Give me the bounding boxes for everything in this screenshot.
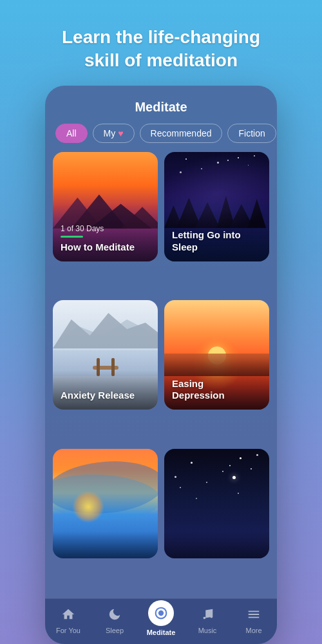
nav-sleep-label: Sleep bbox=[106, 627, 124, 634]
card-1-title: How to Meditate bbox=[61, 242, 150, 254]
nav-meditate[interactable]: Meditate bbox=[138, 605, 184, 636]
hero-line2: skill of meditation bbox=[84, 50, 238, 70]
hero-plain-text: Learn the bbox=[62, 27, 148, 47]
home-icon bbox=[61, 607, 75, 624]
app-title: Meditate bbox=[45, 86, 277, 124]
hero-bold-text: life-changing bbox=[148, 27, 260, 47]
meditate-center-icon bbox=[148, 600, 174, 626]
card-ocean-wave[interactable] bbox=[53, 449, 158, 558]
card-letting-go-sleep[interactable]: Letting Go into Sleep bbox=[164, 152, 269, 261]
card-night-stars[interactable] bbox=[164, 449, 269, 558]
card-3-title: Anxiety Release bbox=[61, 390, 150, 402]
card-1-label: 1 of 30 Days How to Meditate bbox=[53, 205, 158, 261]
card-anxiety-release[interactable]: Anxiety Release bbox=[53, 300, 158, 410]
nav-meditate-label: Meditate bbox=[147, 629, 176, 636]
wave-sun bbox=[72, 491, 104, 523]
tab-recommended[interactable]: Recommended bbox=[140, 124, 223, 143]
tab-all[interactable]: All bbox=[55, 124, 88, 143]
svg-point-13 bbox=[158, 611, 164, 616]
card-4-label: EasingDepression bbox=[164, 359, 269, 410]
tab-fiction[interactable]: Fiction bbox=[227, 124, 276, 143]
nav-more-label: More bbox=[245, 627, 261, 634]
bottom-navbar: For You Sleep Meditate bbox=[45, 598, 277, 644]
nav-more[interactable]: More bbox=[231, 607, 277, 634]
tab-bar: All My ♥ Recommended Fiction bbox=[45, 124, 277, 152]
menu-icon bbox=[247, 607, 261, 624]
progress-bar bbox=[61, 236, 83, 238]
card-how-to-meditate[interactable]: 1 of 30 Days How to Meditate bbox=[53, 152, 158, 261]
big-star bbox=[232, 476, 236, 479]
stars-label bbox=[164, 531, 269, 558]
card-3-label: Anxiety Release bbox=[53, 370, 158, 410]
heart-icon: ♥ bbox=[118, 128, 123, 138]
music-icon bbox=[200, 607, 214, 624]
wave-label bbox=[53, 531, 158, 558]
content-grid: 1 of 30 Days How to Meditate bbox=[45, 152, 277, 598]
nav-for-you[interactable]: For You bbox=[45, 607, 91, 634]
app-card: Meditate All My ♥ Recommended Fiction 1 … bbox=[45, 86, 277, 644]
nav-music-label: Music bbox=[198, 627, 217, 634]
card-2-title: Letting Go into Sleep bbox=[172, 229, 261, 254]
card-easing-depression[interactable]: EasingDepression bbox=[164, 300, 269, 410]
card-2-label: Letting Go into Sleep bbox=[164, 210, 269, 261]
moon-icon bbox=[108, 607, 122, 624]
day-indicator: 1 of 30 Days bbox=[61, 224, 150, 233]
nav-music[interactable]: Music bbox=[184, 607, 231, 634]
lake-mountains bbox=[53, 310, 158, 348]
nav-sleep[interactable]: Sleep bbox=[91, 607, 138, 634]
tab-my[interactable]: My ♥ bbox=[93, 124, 135, 143]
nav-for-you-label: For You bbox=[56, 627, 80, 634]
card-4-title: EasingDepression bbox=[172, 378, 261, 402]
hero-section: Learn the life-changing skill of meditat… bbox=[43, 0, 279, 86]
